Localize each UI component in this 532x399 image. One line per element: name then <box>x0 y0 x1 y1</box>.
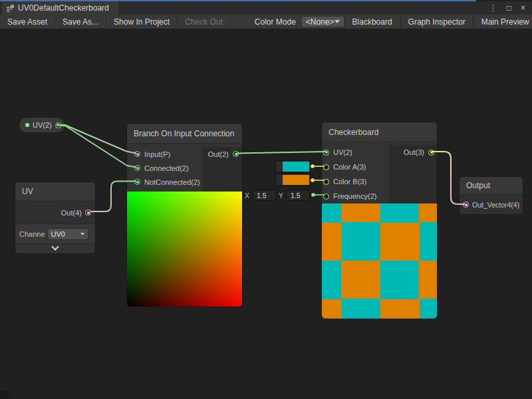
node-uv[interactable]: UV Out(4) Channe UV0 <box>15 182 96 254</box>
shader-graph-window: UV0DefaultCheckerboard ⋮ □ × Save Asset … <box>0 0 532 399</box>
window-menu-icon[interactable]: ⋮ <box>489 4 497 12</box>
checkerboard-outputs: Out(3) <box>389 145 437 203</box>
port-row-out2: Out(2) <box>202 147 239 161</box>
port-row-color-b: Color B(3) <box>323 174 389 189</box>
tab-bar: UV0DefaultCheckerboard ⋮ □ × <box>0 1 532 15</box>
checkerboard-inputs: UV(2) Color A(3) Color B(3) Frequency(2) <box>322 145 389 203</box>
color-mode-value: <None> <box>306 17 334 27</box>
color-mode-label: Color Mode <box>249 15 301 29</box>
window-close-icon[interactable]: × <box>521 4 525 12</box>
port-row-out3: Out(3) <box>389 145 434 160</box>
output-node-body: Out_Vector4(4) <box>460 195 523 214</box>
branch-connected-label: Connected(2) <box>144 164 189 172</box>
save-asset-button[interactable]: Save Asset <box>0 15 55 29</box>
uv-channel-label: Channe <box>19 230 45 238</box>
color-a-field[interactable] <box>275 160 311 173</box>
frequency-x-label: X <box>245 192 249 200</box>
blackboard-toggle-button[interactable]: Blackboard <box>344 15 400 29</box>
color-a-field-prefix <box>276 161 282 172</box>
uv-channel-dropdown[interactable]: UV0 <box>47 228 88 240</box>
branch-input-p-label: Input(P) <box>144 150 170 158</box>
checkerboard-frequency-label: Frequency(2) <box>333 192 376 200</box>
save-as-button[interactable]: Save As... <box>55 15 106 29</box>
port-row-frequency: Frequency(2) <box>323 189 389 203</box>
branch-connected-port[interactable] <box>134 165 140 171</box>
color-mode-dropdown[interactable]: <None> <box>301 16 344 27</box>
main-preview-toggle-button[interactable]: Main Preview <box>473 15 532 29</box>
node-output[interactable]: Output Out_Vector4(4) <box>459 176 523 215</box>
node-checkerboard[interactable]: Checkerboard UV(2) Color A(3) Color B(3) <box>321 122 438 319</box>
branch-node-header[interactable]: Branch On Input Connection <box>127 124 242 144</box>
branch-outputs: Out(2) <box>202 147 242 192</box>
uv-node-body: Out(4) <box>15 201 95 223</box>
checkerboard-color-b-port[interactable] <box>323 179 329 185</box>
branch-out-port[interactable] <box>233 151 239 157</box>
port-row-color-a: Color A(3) <box>323 160 389 174</box>
checkerboard-node-title: Checkerboard <box>329 128 378 137</box>
output-node-title: Output <box>466 181 490 190</box>
port-row-input-p: Input(P) <box>134 147 202 161</box>
checkerboard-color-a-port[interactable] <box>323 164 329 170</box>
branch-node-title: Branch On Input Connection <box>134 129 234 138</box>
chevron-down-icon <box>51 243 59 251</box>
output-node-header[interactable]: Output <box>460 177 523 195</box>
show-in-project-button[interactable]: Show In Project <box>106 15 178 29</box>
toolbar: Save Asset Save As... Show In Project Ch… <box>0 15 532 29</box>
branch-input-p-port[interactable] <box>134 151 140 157</box>
frequency-y-label: Y <box>279 192 283 200</box>
check-out-button: Check Out <box>178 15 231 29</box>
uv-out-port[interactable] <box>85 209 91 215</box>
uv-channel-control: Channe UV0 <box>15 223 95 243</box>
output-vector4-label: Out_Vector4(4) <box>472 201 519 209</box>
checkerboard-out-label: Out(3) <box>404 148 424 156</box>
tab-title: UV0DefaultCheckerboard <box>18 3 109 13</box>
frequency-fields: X 1.5 Y 1.5 <box>245 190 310 201</box>
chevron-down-icon <box>80 233 84 235</box>
frequency-y-input[interactable]: 1.5 <box>286 190 310 201</box>
canvas-corner-notch <box>0 391 9 399</box>
uv2-pill-label: UV(2) <box>33 121 52 129</box>
color-b-field-prefix <box>276 174 282 186</box>
port-row-notconnected: NotConnected(2) <box>134 175 202 189</box>
branch-inputs: Input(P) Connected(2) NotConnected(2) <box>127 147 202 192</box>
branch-out-label: Out(2) <box>208 150 229 158</box>
port-row-connected: Connected(2) <box>134 161 202 175</box>
checkerboard-color-a-label: Color A(3) <box>333 163 366 171</box>
port-row-uv: UV(2) <box>323 145 389 160</box>
tab-uv0defaultcheckerboard[interactable]: UV0DefaultCheckerboard <box>2 1 118 15</box>
checkerboard-frequency-port[interactable] <box>323 194 329 200</box>
uv-node-header[interactable]: UV <box>15 182 95 201</box>
shader-graph-icon <box>6 4 15 13</box>
checkerboard-node-preview <box>322 203 438 319</box>
uv-collapse-button[interactable] <box>15 243 95 253</box>
branch-node-preview <box>127 192 243 307</box>
color-b-swatch[interactable] <box>283 175 309 185</box>
checkerboard-node-header[interactable]: Checkerboard <box>322 122 437 142</box>
graph-inspector-toggle-button[interactable]: Graph Inspector <box>400 15 473 29</box>
uv-out-label: Out(4) <box>61 209 82 217</box>
branch-notconnected-label: NotConnected(2) <box>144 178 200 186</box>
window-maximize-icon[interactable]: □ <box>507 4 511 12</box>
window-controls: ⋮ □ × <box>489 1 532 15</box>
checkerboard-color-b-label: Color B(3) <box>333 178 366 186</box>
uv2-type-dot <box>25 123 29 127</box>
toolbar-right-group: Blackboard Graph Inspector Main Preview <box>344 15 532 29</box>
frequency-x-input[interactable]: 1.5 <box>252 190 276 201</box>
color-b-field[interactable] <box>275 174 311 186</box>
color-a-swatch[interactable] <box>283 162 309 172</box>
node-branch-on-input-connection[interactable]: Branch On Input Connection Input(P) Conn… <box>126 123 243 307</box>
uv-node-title: UV <box>22 187 33 196</box>
chevron-down-icon <box>334 20 340 23</box>
uv-channel-value: UV0 <box>51 230 65 238</box>
checkerboard-uv-label: UV(2) <box>333 148 352 156</box>
